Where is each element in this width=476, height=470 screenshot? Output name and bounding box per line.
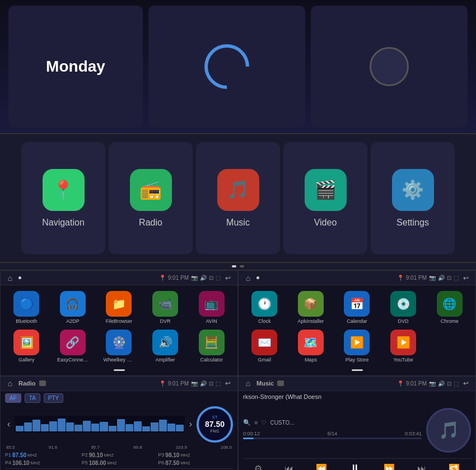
music-progress-section: 0:00:12 6/14 0:03:41	[243, 431, 422, 439]
p3-label: P3	[158, 452, 164, 458]
app-easyconnect[interactable]: 🔗 EasyConnect...	[50, 327, 96, 365]
back-button-radio[interactable]: ↩	[223, 378, 233, 388]
app-amplifier-mini[interactable]: 🔊 Amplifier	[143, 327, 188, 365]
preset-p6[interactable]: P6 87.50 MHZ	[158, 460, 233, 466]
app-apkinstaller[interactable]: 📦 ApkInstaller	[288, 289, 334, 326]
panel-radio: ⌂ Radio 📍 9:01 PM 📷 🔊 ⊡ ⬚ ↩ AF TA PTY ‹	[0, 376, 238, 471]
app-calculator[interactable]: 🧮 Calculator	[189, 327, 234, 365]
volume-icon-1: 🔊	[200, 275, 207, 281]
app-radio[interactable]: 📻 Radio	[109, 142, 193, 254]
scale-2: 91.6	[49, 445, 58, 450]
spec-bar-4	[41, 424, 49, 431]
music-next-btn[interactable]: ⏩	[380, 462, 398, 470]
app-dvr[interactable]: 📹 DVR	[143, 289, 188, 326]
music-search-icon[interactable]: 🔍	[243, 419, 251, 426]
app-playstore[interactable]: ▶️ Play Store	[334, 327, 380, 365]
home-button-1[interactable]: ⌂	[5, 273, 15, 283]
home-button-radio[interactable]: ⌂	[5, 378, 15, 388]
p6-unit: MHZ	[180, 460, 190, 466]
radio-next-button[interactable]: ›	[187, 418, 194, 430]
music-heart-icon[interactable]: ♡	[261, 419, 267, 426]
avin-icon: 📺	[199, 291, 225, 317]
chrome-icon: 🌐	[437, 291, 463, 317]
radio-ta-button[interactable]: TA	[25, 393, 40, 403]
time-radio: 9:01 PM	[168, 380, 189, 387]
date-block: Monday	[8, 6, 143, 128]
spec-bar-5	[49, 421, 57, 431]
app-gmail[interactable]: ✉️ Gmail	[242, 327, 287, 365]
preset-p1[interactable]: P1 87.50 MHZ	[5, 452, 80, 458]
music-play-btn[interactable]: ⏸	[346, 461, 364, 470]
app-chrome[interactable]: 🌐 Chrome	[427, 289, 472, 326]
home-button-music[interactable]: ⌂	[243, 378, 253, 388]
music-panel-title: Music	[256, 380, 274, 387]
app-youtube[interactable]: ▶️ YouTube	[381, 327, 426, 365]
time-music: 9:01 PM	[406, 380, 427, 387]
music-time-row: 0:00:12 6/14 0:03:41	[243, 431, 422, 436]
back-button-1[interactable]: ↩	[223, 273, 233, 283]
app-settings[interactable]: ⚙️ Settings	[371, 142, 455, 254]
calendar-icon: 📅	[344, 291, 370, 317]
preset-p4[interactable]: P4 106.10 MHZ	[5, 460, 80, 466]
screenshot-icon-1: ⊡	[209, 275, 213, 281]
music-art-icon: 🎵	[438, 420, 459, 440]
gmail-label: Gmail	[258, 357, 272, 363]
app-clock[interactable]: 🕐 Clock	[242, 289, 287, 326]
preset-p3[interactable]: P3 98.10 MHZ	[158, 452, 233, 458]
p5-label: P5	[82, 460, 88, 466]
back-button-music[interactable]: ↩	[461, 378, 471, 388]
app-gallery[interactable]: 🖼️ Gallery	[4, 327, 49, 365]
radio-pty-button[interactable]: PTY	[44, 393, 63, 403]
settings-label: Settings	[396, 218, 429, 228]
app-avin[interactable]: 📺 AVIN	[189, 289, 234, 326]
app-music[interactable]: 🎵 Music	[196, 142, 280, 254]
radio-bottom-btns: 🔍 ∞ LOC AM FM	[5, 468, 233, 471]
app-wheelkey[interactable]: 🎡 Wheelkey St...	[96, 327, 142, 365]
spectrum-bars	[15, 416, 184, 433]
music-prev-btn[interactable]: ⏪	[312, 462, 330, 470]
radio-af-button[interactable]: AF	[5, 393, 21, 403]
volume-icon-music: 🔊	[438, 380, 445, 387]
spec-bar-1	[16, 426, 24, 431]
music-skip-start-btn[interactable]: ⏮	[281, 463, 297, 471]
music-settings-icon[interactable]: ⚙	[251, 462, 265, 470]
music-skip-end-btn[interactable]: ⏭	[414, 463, 430, 471]
wheelkey-label: Wheelkey St...	[103, 357, 134, 363]
preset-p5[interactable]: P5 108.00 MHZ	[82, 460, 157, 466]
screen-icon-music: ⬚	[454, 380, 459, 387]
panel-header-right-2: 📍 9:01 PM 📷 🔊 ⊡ ⬚ ↩	[397, 273, 471, 283]
p3-freq: 98.10	[165, 452, 179, 458]
app-filebrowser[interactable]: 📁 FileBrowser	[96, 289, 142, 326]
app-dvd[interactable]: 💿 DVD	[381, 289, 426, 326]
app-maps[interactable]: 🗺️ Maps	[288, 327, 334, 365]
back-button-2[interactable]: ↩	[461, 273, 471, 283]
app-video[interactable]: 🎬 Video	[283, 142, 367, 254]
music-repeat-btn[interactable]: 🔁	[445, 462, 463, 470]
app-bluetooth[interactable]: 🔵 Bluetooth	[4, 289, 49, 326]
radio-photo-icon	[39, 380, 46, 386]
p4-label: P4	[5, 460, 11, 466]
music-main: 🔍 ≡ ♡ CUSTO... 0:00:12 6/14 0:03:41	[243, 402, 471, 459]
panel-header-left-1: ⌂	[5, 273, 21, 283]
spec-bar-16	[142, 426, 150, 431]
home-button-2[interactable]: ⌂	[243, 273, 253, 283]
music-custom-label[interactable]: CUSTO...	[270, 420, 294, 426]
radio-prev-button[interactable]: ‹	[5, 418, 12, 430]
apkinstaller-icon: 📦	[298, 291, 324, 317]
dot-1	[232, 265, 236, 267]
a2dp-icon: 🎧	[60, 291, 86, 317]
p4-freq: 106.10	[12, 460, 30, 466]
app-navigation[interactable]: 📍 Navigation	[21, 142, 105, 254]
amplifier-icon: 🔊	[152, 330, 178, 355]
music-time-current: 0:00:12	[243, 431, 260, 436]
app-calendar[interactable]: 📅 Calendar	[334, 289, 380, 326]
radio-icon: 📻	[130, 169, 172, 211]
spec-bar-7	[66, 422, 74, 431]
navigation-label: Navigation	[42, 218, 85, 228]
preset-p2[interactable]: P2 90.10 MHZ	[82, 452, 157, 458]
panel-header-music: ⌂ Music 📍 9:01 PM 📷 🔊 ⊡ ⬚ ↩	[239, 377, 475, 391]
app-a2dp[interactable]: 🎧 A2DP	[50, 289, 96, 326]
music-progress-bar[interactable]	[243, 438, 422, 439]
p2-label: P2	[82, 452, 88, 458]
music-list-icon[interactable]: ≡	[254, 419, 258, 426]
